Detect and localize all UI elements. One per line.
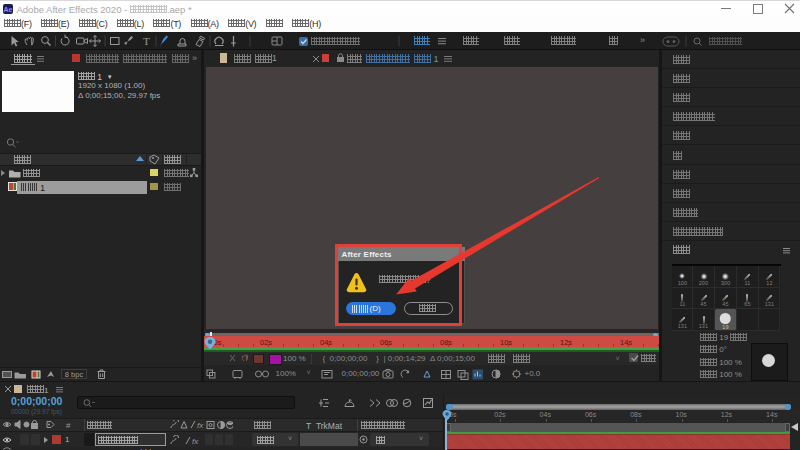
svg-text:T: T: [143, 35, 150, 47]
svg-text:fx: fx: [192, 437, 199, 446]
svg-text:fx: fx: [197, 421, 204, 430]
svg-text:#: #: [66, 421, 71, 430]
